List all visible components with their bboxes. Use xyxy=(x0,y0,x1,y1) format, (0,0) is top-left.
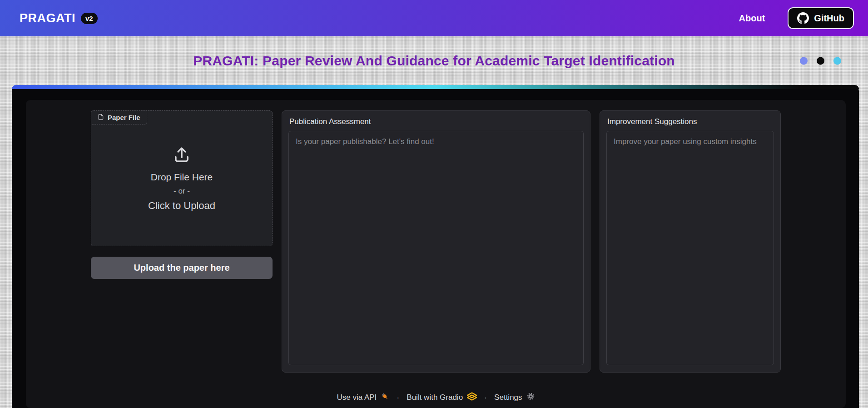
settings-label: Settings xyxy=(494,393,522,402)
dropzone-content: Drop File Here - or - Click to Upload xyxy=(91,111,272,246)
plug-icon xyxy=(381,392,389,403)
publication-assessment-panel: Publication Assessment xyxy=(282,110,590,373)
app-inner-container: Paper File Drop File Here - or - Cl xyxy=(26,100,846,408)
file-dropzone[interactable]: Paper File Drop File Here - or - Cl xyxy=(91,110,273,246)
footer-separator: · xyxy=(484,393,487,403)
upload-icon xyxy=(172,145,191,172)
gradio-logo-icon xyxy=(467,392,477,403)
publication-assessment-label: Publication Assessment xyxy=(282,111,590,131)
navbar: PRAGATI v2 About GitHub xyxy=(0,0,868,36)
use-via-api-label: Use via API xyxy=(337,393,377,402)
built-with-gradio-link[interactable]: Built with Gradio xyxy=(407,392,477,403)
content-row: Paper File Drop File Here - or - Cl xyxy=(26,100,846,373)
github-button-label: GitHub xyxy=(814,13,844,24)
dot-cyan-icon xyxy=(833,57,841,65)
app-card: Paper File Drop File Here - or - Cl xyxy=(12,85,859,408)
card-gradient-bar xyxy=(12,85,859,89)
github-button[interactable]: GitHub xyxy=(788,7,854,29)
publication-assessment-textbox[interactable] xyxy=(288,131,584,365)
click-upload-text[interactable]: Click to Upload xyxy=(148,200,215,212)
settings-link[interactable]: Settings xyxy=(494,392,535,403)
upload-paper-button[interactable]: Upload the paper here xyxy=(91,257,273,279)
version-badge: v2 xyxy=(81,13,98,24)
improvement-suggestions-label: Improvement Suggestions xyxy=(600,111,780,131)
github-icon xyxy=(797,12,809,24)
drop-file-text: Drop File Here xyxy=(151,172,213,183)
use-via-api-link[interactable]: Use via API xyxy=(337,392,389,403)
built-with-gradio-label: Built with Gradio xyxy=(407,393,463,402)
footer-separator: · xyxy=(397,393,399,403)
page: { "navbar": { "brand": "PRAGATI", "versi… xyxy=(0,0,868,408)
status-dots xyxy=(800,57,841,65)
brand-name: PRAGATI xyxy=(20,11,75,25)
improvement-suggestions-panel: Improvement Suggestions xyxy=(600,110,781,373)
dot-black-icon xyxy=(817,57,824,65)
or-text: - or - xyxy=(174,187,190,196)
page-title: PRAGATI: Paper Review And Guidance for A… xyxy=(193,53,675,69)
upload-column: Paper File Drop File Here - or - Cl xyxy=(91,110,273,373)
gear-icon xyxy=(526,392,535,403)
about-link[interactable]: About xyxy=(739,13,765,24)
improvement-suggestions-textbox[interactable] xyxy=(606,131,774,365)
dot-blue-icon xyxy=(800,57,808,65)
brand: PRAGATI v2 xyxy=(20,11,98,25)
gradio-footer: Use via API · Built with Gradio xyxy=(26,392,846,403)
title-row: PRAGATI: Paper Review And Guidance for A… xyxy=(0,36,868,85)
